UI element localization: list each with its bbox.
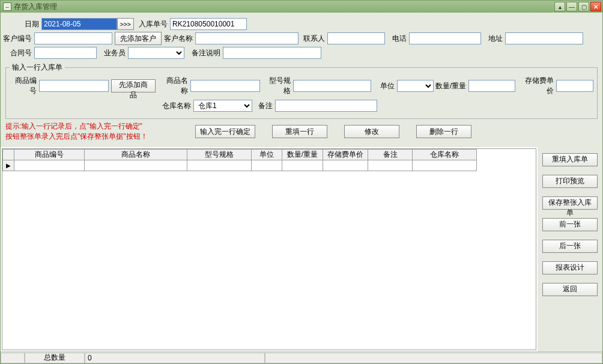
add-product-button[interactable]: 先添加商品 <box>111 79 156 93</box>
prodname-input[interactable] <box>190 80 260 92</box>
modify-line-button[interactable]: 修改 <box>344 125 399 138</box>
add-customer-button[interactable]: 先添加客户 <box>115 32 162 45</box>
grid-col-unit[interactable]: 单位 <box>251 149 282 160</box>
qty-input[interactable] <box>468 80 515 92</box>
status-spacer <box>1 353 25 363</box>
remark-label: 备注 <box>258 101 275 111</box>
note-label: 备注说明 <box>192 48 223 58</box>
phone-label: 电话 <box>385 34 409 44</box>
hint-line-2: 按钮整张单录入完后点"保存整张单据"按钮！ <box>5 132 183 142</box>
entry-grid[interactable]: 商品编号 商品名称 型号规格 单位 数量/重量 存储费单价 备注 仓库名称 ▶ <box>2 149 477 171</box>
grid-col-prodno[interactable]: 商品编号 <box>14 149 85 160</box>
confirm-line-button[interactable]: 输入完一行确定 <box>195 125 255 138</box>
remark-input[interactable] <box>275 100 377 112</box>
grid-area[interactable]: 商品编号 商品名称 型号规格 单位 数量/重量 存储费单价 备注 仓库名称 ▶ <box>2 148 536 350</box>
contractno-label: 合同号 <box>10 48 34 58</box>
refill-all-button[interactable]: 重填入库单 <box>542 153 598 166</box>
note-input[interactable] <box>223 47 321 59</box>
date-picker-button[interactable]: >>> <box>117 18 134 30</box>
entry-line-group: 输入一行入库单 商品编号 先添加商品 商品名称 型号规格 单位 数量/重量 存储… <box>5 62 598 119</box>
contact-label: 联系人 <box>298 34 327 44</box>
prodno-input[interactable] <box>39 80 109 92</box>
entryno-label: 入库单号 <box>139 19 170 29</box>
unit-label: 单位 <box>375 81 398 91</box>
status-rest <box>265 353 602 363</box>
prodname-label: 商品名称 <box>161 76 190 96</box>
custname-input[interactable] <box>195 32 298 44</box>
window-title: 存货入库管理 <box>14 2 57 12</box>
warehouse-select[interactable]: 仓库1 <box>193 100 252 112</box>
window-titlebar: – 存货入库管理 ▴ — ▢ ✕ <box>1 1 602 13</box>
qty-label: 数量/重量 <box>434 81 468 91</box>
row-indicator-icon: ▶ <box>3 160 14 171</box>
grid-col-prodname[interactable]: 商品名称 <box>85 149 187 160</box>
custno-label: 客户编号 <box>3 34 34 44</box>
grid-col-qty[interactable]: 数量/重量 <box>282 149 323 160</box>
grid-col-remark[interactable]: 备注 <box>368 149 413 160</box>
prev-sheet-button[interactable]: 前一张 <box>542 218 598 231</box>
status-total-value: 0 <box>85 353 265 363</box>
report-design-button[interactable]: 报表设计 <box>542 261 598 275</box>
address-input[interactable] <box>505 32 583 44</box>
refill-line-button[interactable]: 重填一行 <box>272 125 327 138</box>
custno-input[interactable] <box>34 32 112 44</box>
storeprice-label: 存储费单价 <box>520 76 556 96</box>
minimize-button[interactable]: — <box>566 2 577 11</box>
grid-rowhandle-header <box>3 149 14 160</box>
entry-line-legend: 输入一行入库单 <box>10 62 65 73</box>
maximize-button[interactable]: ▢ <box>578 2 589 11</box>
app-icon: – <box>3 2 11 11</box>
storeprice-input[interactable] <box>556 80 593 92</box>
warehouse-label: 仓库名称 <box>162 101 193 111</box>
salesman-label: 业务员 <box>104 48 128 58</box>
salesman-select[interactable] <box>128 47 184 59</box>
entryno-input[interactable] <box>170 18 247 30</box>
date-input[interactable] <box>41 18 117 30</box>
prodno-label: 商品编号 <box>10 76 39 96</box>
grid-col-warehouse[interactable]: 仓库名称 <box>413 149 477 160</box>
spec-input[interactable] <box>293 80 371 92</box>
print-preview-button[interactable]: 打印预览 <box>542 175 598 188</box>
delete-line-button[interactable]: 删除一行 <box>416 125 471 138</box>
save-all-button[interactable]: 保存整张入库单 <box>542 196 598 210</box>
custname-label: 客户名称 <box>162 34 195 44</box>
next-sheet-button[interactable]: 后一张 <box>542 240 598 253</box>
close-button[interactable]: ✕ <box>590 2 601 11</box>
status-total-label: 总数量 <box>25 353 85 363</box>
hint-line-1: 提示:输入一行记录后，点"输入完一行确定" <box>5 121 183 132</box>
rollup-button[interactable]: ▴ <box>554 2 565 11</box>
back-button[interactable]: 返回 <box>542 283 598 296</box>
date-label: 日期 <box>17 19 41 29</box>
grid-col-spec[interactable]: 型号规格 <box>187 149 252 160</box>
phone-input[interactable] <box>409 32 481 44</box>
table-row[interactable]: ▶ <box>3 160 477 171</box>
spec-label: 型号规格 <box>264 76 293 96</box>
address-label: 地址 <box>481 34 505 44</box>
contractno-input[interactable] <box>34 47 97 59</box>
grid-col-storeprice[interactable]: 存储费单价 <box>323 149 368 160</box>
contact-input[interactable] <box>327 32 385 44</box>
unit-select[interactable] <box>397 80 434 92</box>
